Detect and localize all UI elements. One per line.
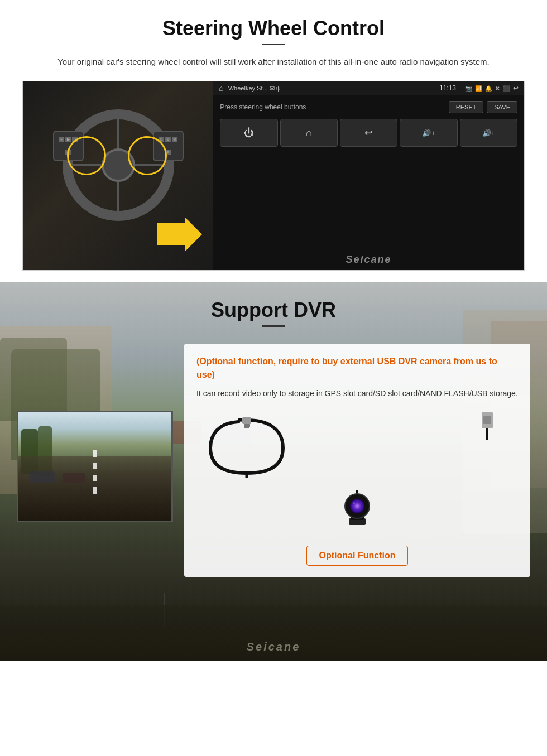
wheel-function-grid: ⏻ ⌂ ↩ 🔊+ 🔊+	[220, 119, 517, 147]
steering-wheel-photo: + ▶ – ↩ ⊙ ⊕ ⊗ ✦	[23, 81, 213, 270]
home-icon-cell: ⌂	[306, 127, 312, 139]
svg-rect-11	[483, 416, 491, 424]
dvr-optional-header: (Optional function, require to buy exter…	[196, 355, 518, 382]
cable-coil-group	[208, 417, 275, 473]
steering-wheel-outer: + ▶ – ↩ ⊙ ⊕ ⊗ ✦	[63, 109, 174, 221]
optional-function-badge: Optional Function	[306, 546, 409, 566]
camera-body-group	[329, 485, 385, 532]
close-icon: ✖	[495, 85, 500, 92]
svg-rect-2	[244, 424, 249, 428]
power-icon: ⏻	[244, 127, 254, 139]
yellow-arrow	[157, 218, 202, 253]
dvr-title-area: Support DVR	[0, 282, 547, 333]
svg-marker-0	[157, 218, 202, 251]
time-display: 11:13	[439, 84, 456, 92]
steering-wheel-bg: + ▶ – ↩ ⊙ ⊕ ⊗ ✦	[23, 81, 213, 270]
optional-function-container: Optional Function	[196, 540, 518, 566]
wheel-center	[102, 148, 135, 182]
seicane-brand-steering: Seicane	[213, 249, 524, 270]
dvr-description: It can record video only to storage in G…	[196, 387, 518, 401]
steering-section: Steering Wheel Control Your original car…	[0, 0, 547, 282]
back-icon-cell: ↩	[364, 127, 373, 139]
android-status-icons: 📷 📶 🔔 ✖ ⬛ ↩	[465, 84, 519, 92]
road-center-line	[93, 450, 97, 494]
wheel-press-bar: Press steering wheel buttons RESET SAVE	[220, 101, 517, 113]
power-btn-cell: ⏻	[220, 119, 277, 147]
android-top-bar: ⌂ Wheelkey St... ✉ ψ 11:13 📷 📶 🔔 ✖ ⬛ ↩	[213, 81, 524, 95]
vol-dn-cell: 🔊+	[460, 119, 517, 147]
seicane-brand-dvr: Seicane	[247, 641, 301, 653]
steering-image-container: + ▶ – ↩ ⊙ ⊕ ⊗ ✦	[22, 81, 525, 271]
app-name-label: Wheelkey St... ✉ ψ	[228, 85, 281, 92]
svg-rect-1	[242, 417, 251, 424]
vol-dn-icon: 🔊+	[482, 129, 496, 137]
wheel-action-buttons: RESET SAVE	[449, 101, 517, 113]
wifi-icon: 📶	[475, 85, 482, 92]
steering-description: Your original car's steering wheel contr…	[22, 55, 525, 69]
sound-icon: 🔔	[485, 85, 492, 92]
usb-connector	[479, 412, 496, 442]
vol-up-cell: 🔊+	[400, 119, 457, 147]
dvr-title-divider	[262, 325, 285, 327]
vol-up-icon: 🔊+	[422, 129, 435, 137]
dvr-camera-snapshot	[17, 411, 173, 522]
dvr-info-card: (Optional function, require to buy exter…	[184, 344, 530, 577]
dvr-section-title: Support DVR	[22, 298, 525, 322]
save-button[interactable]: SAVE	[487, 101, 517, 113]
dvr-section: Support DVR (Optional function, require …	[0, 282, 547, 661]
back-btn-cell: ↩	[340, 119, 397, 147]
svg-point-9	[353, 502, 355, 504]
dvr-content-row: (Optional function, require to buy exter…	[0, 333, 547, 577]
reset-button[interactable]: RESET	[449, 101, 484, 113]
wheelkey-content: Press steering wheel buttons RESET SAVE …	[213, 95, 524, 249]
dvr-camera-illustration	[196, 412, 518, 535]
title-divider	[262, 44, 285, 45]
camera-icon: 📷	[465, 85, 472, 92]
android-unit-panel: ⌂ Wheelkey St... ✉ ψ 11:13 📷 📶 🔔 ✖ ⬛ ↩ P…	[213, 81, 524, 270]
press-instruction: Press steering wheel buttons	[220, 103, 306, 111]
home-btn-cell: ⌂	[280, 119, 338, 147]
window-icon: ⬛	[503, 85, 510, 92]
steering-title: Steering Wheel Control	[22, 17, 525, 40]
back-icon: ↩	[513, 84, 519, 92]
home-icon: ⌂	[219, 84, 223, 93]
